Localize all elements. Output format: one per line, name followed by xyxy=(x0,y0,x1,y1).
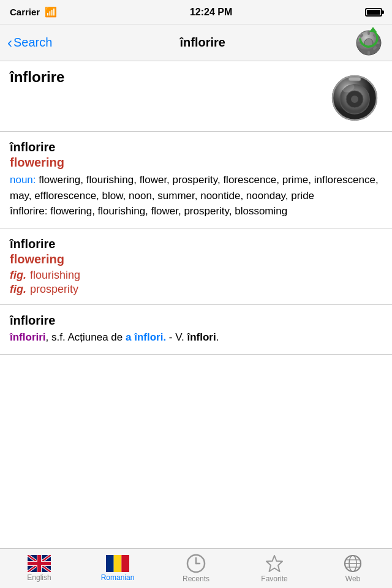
tab-recents[interactable]: Recents xyxy=(157,554,235,583)
tab-favorite[interactable]: Favorite xyxy=(235,554,314,583)
status-battery xyxy=(365,8,382,17)
nav-title: înflorire xyxy=(179,36,225,50)
pos-label: noun: xyxy=(10,174,36,186)
svg-rect-26 xyxy=(28,562,51,565)
status-bar: Carrier 📶 12:24 PM xyxy=(0,0,392,24)
content-area: înflorire xyxy=(0,61,392,548)
battery-icon xyxy=(365,8,382,17)
chevron-left-icon: ‹ xyxy=(7,36,12,50)
entry-3-dot: . xyxy=(216,331,219,343)
fig-label-1: fig. xyxy=(10,269,26,282)
globe-icon xyxy=(343,554,363,573)
fig-text-2: prosperity xyxy=(30,283,78,296)
entry-2-fig-1: fig. flourishing xyxy=(10,269,382,282)
entry-2-fig-2: fig. prosperity xyxy=(10,283,382,296)
wifi-icon: 📶 xyxy=(45,6,57,18)
entry-1-body: noun: flowering, flourishing, flower, pr… xyxy=(10,172,382,219)
tab-romanian[interactable]: Romanian xyxy=(78,555,157,582)
entry-1-reverse: înflorire: flowering, flourishing, flowe… xyxy=(10,205,287,217)
entry-2: înflorire flowering fig. flourishing fig… xyxy=(0,228,392,305)
svg-marker-10 xyxy=(369,27,377,32)
settings-button[interactable] xyxy=(353,26,385,60)
word-header-title: înflorire xyxy=(10,69,64,86)
entry-3-word: înflorire xyxy=(10,314,382,328)
tab-web-label: Web xyxy=(345,575,360,583)
svg-rect-17 xyxy=(349,77,361,81)
svg-rect-3 xyxy=(368,51,370,55)
svg-point-14 xyxy=(351,96,358,103)
entry-1: înflorire flowering noun: flowering, flo… xyxy=(0,132,392,228)
tab-bar: English Romanian Recents Favorite xyxy=(0,548,392,588)
fig-label-2: fig. xyxy=(10,283,26,296)
svg-marker-33 xyxy=(266,556,282,571)
status-time: 12:24 PM xyxy=(190,7,232,18)
english-flag-icon xyxy=(28,555,51,572)
svg-rect-29 xyxy=(121,555,129,572)
nav-bar: ‹ Search înflorire xyxy=(0,24,392,61)
gear-icon xyxy=(353,26,385,58)
entry-1-translation: flowering xyxy=(10,156,382,170)
tab-recents-label: Recents xyxy=(183,575,209,583)
entry-3: înflorire înfloriri, s.f. Acțiunea de a … xyxy=(0,305,392,355)
tab-english-label: English xyxy=(27,573,51,582)
entry-3-suffix: - V. xyxy=(166,331,187,343)
speaker-button[interactable] xyxy=(327,69,382,126)
entry-1-synonyms: flowering, flourishing, flower, prosperi… xyxy=(10,174,379,202)
tab-favorite-label: Favorite xyxy=(261,575,287,583)
svg-rect-28 xyxy=(114,555,122,572)
star-icon xyxy=(265,554,284,573)
back-label: Search xyxy=(13,36,52,50)
tab-romanian-label: Romanian xyxy=(101,573,135,582)
entry-3-subword: înfloriri xyxy=(10,331,46,343)
fig-text-1: flourishing xyxy=(30,269,80,282)
entry-2-word: înflorire xyxy=(10,237,382,251)
svg-rect-2 xyxy=(368,31,370,35)
back-button[interactable]: ‹ Search xyxy=(7,36,52,50)
speaker-icon xyxy=(327,69,382,124)
carrier-text: Carrier xyxy=(10,7,40,17)
entry-3-verb: înflori xyxy=(187,331,216,343)
entry-3-link[interactable]: a înflori. xyxy=(126,331,166,343)
romanian-flag-icon xyxy=(106,555,129,572)
entry-1-word: înflorire xyxy=(10,140,382,154)
entry-2-translation: flowering xyxy=(10,252,382,266)
tab-english[interactable]: English xyxy=(0,555,78,582)
word-header-section: înflorire xyxy=(0,61,392,132)
entry-3-gram: , s.f. Acțiunea de xyxy=(46,331,126,343)
entry-3-body: înfloriri, s.f. Acțiunea de a înflori. -… xyxy=(10,329,382,345)
status-carrier: Carrier 📶 xyxy=(10,6,57,18)
clock-icon xyxy=(186,554,206,573)
svg-rect-27 xyxy=(106,555,114,572)
tab-web[interactable]: Web xyxy=(314,554,392,583)
